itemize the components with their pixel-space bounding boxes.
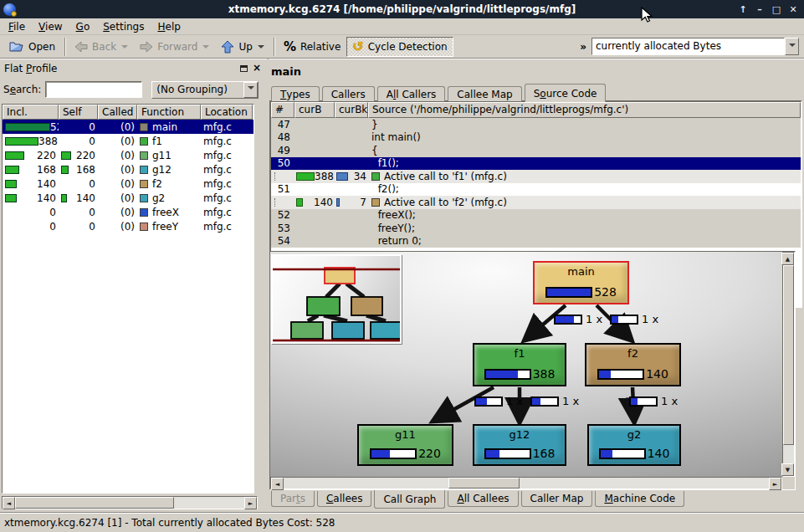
source-line-row[interactable]: 47} [271,118,801,131]
menu-item-go[interactable]: Go [69,19,97,34]
detail-tab-bar: TypesCallersAll CallersCallee MapSource … [271,83,608,101]
edge-label-main-f2[interactable]: 1 x [610,313,658,325]
close-button[interactable]: ✕ [786,3,801,16]
scroll-left-icon[interactable]: ◄ [3,497,15,509]
scrollbar-thumb[interactable] [15,497,174,509]
grouping-dropdown-button[interactable] [243,82,258,98]
open-button[interactable]: Open [3,37,61,57]
source-line-row[interactable]: 53 freeY(); [271,222,801,235]
tab-callee-map[interactable]: Callee Map [448,86,521,101]
tab-all-callees[interactable]: All Callees [448,491,518,507]
dock-title-bar[interactable]: Flat Profile × [2,61,264,75]
graph-node-g12[interactable]: g12168 [473,424,566,466]
menu-item-help[interactable]: Help [151,19,187,34]
flat-profile-hscrollbar[interactable]: ◄ ► [2,496,258,509]
table-row-f2[interactable]: 1400(0)f2mfg.c [3,176,253,191]
call-graph-pane[interactable]: main528f1388f2140g11220g12168g21401 x1 x… [269,251,796,490]
graph-hscrollbar[interactable]: ◄ ► [270,477,782,489]
edge-label-f1-g12[interactable]: 1 x [530,395,579,407]
self-value: 0 [89,178,95,190]
call-graph-canvas[interactable]: main528f1388f2140g11220g12168g21401 x1 x… [271,253,781,476]
table-row-freey[interactable]: 00(0)freeYmfg.c [3,219,253,233]
function-color-swatch [140,137,148,146]
tab-callees[interactable]: Callees [317,491,371,507]
graph-vscrollbar[interactable]: ▲ ▼ [782,252,795,477]
forward-button[interactable]: Forward [134,37,215,57]
column-header-incl-[interactable]: Incl. [3,105,59,120]
table-row-g11[interactable]: 220220(0)g11mfg.c [3,148,253,162]
location-value: mfg.c [203,192,232,204]
tab-callers[interactable]: Callers [322,86,375,101]
forward-dropdown-caret [202,45,209,52]
graph-node-g11[interactable]: g11220 [357,424,453,466]
event-type-combobox[interactable]: currently allocated Bytes [591,38,799,55]
source-line-row[interactable]: 51 f2(); [271,183,801,197]
source-call-row[interactable]: 1407Active call to 'f2' (mfg.c) [271,196,801,209]
source-call-row[interactable]: 38834Active call to 'f1' (mfg.c) [271,170,801,183]
column-header-location[interactable]: Location [201,105,253,120]
cycle-detection-toggle-button[interactable]: ↺ Cycle Detection [346,37,453,57]
tab-machine-code[interactable]: Machine Code [595,491,684,507]
source-line-row[interactable]: 48int main() [271,131,801,145]
back-button[interactable]: Back [69,37,134,57]
shade-button[interactable]: ↑ [735,3,750,16]
event-type-value: currently allocated Bytes [591,38,785,55]
title-bar[interactable]: xtmemory.kcg.6274 [/home/philippe/valgri… [0,0,804,18]
tab-source-code[interactable]: Source Code [525,84,607,102]
column-header-function[interactable]: Function [137,105,201,120]
source-column-header[interactable]: # [271,102,294,118]
tab-types[interactable]: Types [271,86,320,101]
menu-item-settings[interactable]: Settings [96,19,151,34]
tab-call-graph[interactable]: Call Graph [374,490,445,509]
minimize-button[interactable]: – [752,3,767,16]
table-row-g12[interactable]: 168168(0)g12mfg.c [3,162,253,176]
menu-item-file[interactable]: File [2,19,32,34]
close-dock-icon[interactable]: × [253,64,261,72]
source-line-row[interactable]: 50 f1(); [271,157,801,171]
incl-value: 140 [37,192,56,204]
table-row-freex[interactable]: 00(0)freeXmfg.c [3,205,253,219]
percent-icon: % [284,39,296,54]
scroll-up-icon[interactable]: ▲ [781,253,794,265]
function-name: g12 [152,164,172,176]
graph-node-f2[interactable]: f2140 [585,343,681,386]
scroll-right-icon[interactable]: ► [244,497,257,509]
scrollbar-thumb[interactable] [448,478,520,489]
scroll-right-icon[interactable]: ► [769,478,781,490]
source-line-row[interactable]: 49{ [271,144,801,157]
scroll-left-icon[interactable]: ◄ [271,478,284,490]
up-button[interactable]: Up [215,37,269,57]
graph-node-g2[interactable]: g2140 [587,424,681,466]
menu-item-view[interactable]: View [32,19,69,34]
edge-label-f2-g2[interactable]: 1 x [629,395,678,407]
grouping-combobox[interactable]: (No Grouping) [151,81,259,99]
table-row-main[interactable]: 5280(0)mainmfg.c [3,120,253,134]
tab-all-callers[interactable]: All Callers [377,86,446,101]
graph-overview-minimap[interactable] [271,254,402,344]
source-column-header[interactable]: curB [294,102,335,118]
event-type-dropdown-button[interactable] [785,38,799,55]
edge-label-f1-g11[interactable]: 1 x [474,395,523,407]
incl-value: 0 [49,207,56,218]
source-line-row[interactable]: 52 freeX(); [271,209,801,223]
source-column-header[interactable]: curBk [335,102,368,118]
graph-node-f1[interactable]: f1388 [473,343,566,386]
column-header-self[interactable]: Self [59,105,98,120]
scroll-down-icon[interactable]: ▼ [781,463,794,476]
scrollbar-thumb[interactable] [783,265,794,445]
tab-caller-map[interactable]: Caller Map [521,491,593,507]
line-number: 51 [271,183,294,197]
call-color-swatch [371,172,380,181]
table-row-g2[interactable]: 140140(0)g2mfg.c [3,191,253,205]
edge-label-main-f1[interactable]: 1 x [554,313,602,325]
search-input[interactable] [45,81,142,98]
source-line-row[interactable]: 54 return 0; [271,235,801,248]
tab-parts[interactable]: Parts [271,491,315,507]
maximize-button[interactable]: □ [769,3,784,16]
graph-node-main[interactable]: main528 [533,261,629,304]
table-row-f1[interactable]: 3880(0)f1mfg.c [3,134,253,148]
column-header-called[interactable]: Called [98,105,137,120]
toolbar-overflow-chevron[interactable]: » [575,41,591,53]
relative-toggle-button[interactable]: % Relative [278,37,346,57]
float-dock-icon[interactable] [240,65,248,72]
